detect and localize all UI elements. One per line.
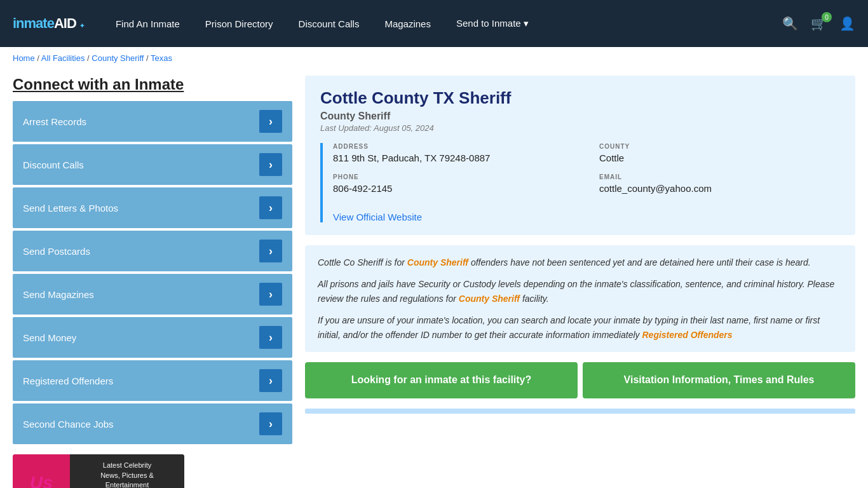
cart-icon[interactable]: 🛒 0	[811, 16, 827, 31]
breadcrumb-texas[interactable]: Texas	[151, 53, 172, 63]
sidebar-arrow-send-money: ›	[259, 326, 282, 349]
sidebar-arrow-second-chance-jobs: ›	[259, 412, 282, 435]
nav-prison-directory[interactable]: Prison Directory	[205, 18, 273, 29]
sidebar-label-second-chance-jobs: Second Chance Jobs	[23, 419, 114, 430]
description-para2: All prisons and jails have Security or C…	[318, 277, 843, 306]
phone-value: 806-492-2145	[333, 183, 574, 194]
visitation-button[interactable]: Visitation Information, Times and Rules	[583, 362, 855, 398]
description-section: Cottle Co Sheriff is for County Sheriff …	[305, 245, 855, 352]
sidebar-title: Connect with an Inmate	[13, 76, 292, 93]
breadcrumb-county-sheriff[interactable]: County Sheriff	[92, 53, 144, 63]
sidebar-item-discount-calls[interactable]: Discount Calls ›	[13, 144, 292, 185]
phone-section: PHONE 806-492-2145	[333, 173, 574, 194]
nav-discount-calls[interactable]: Discount Calls	[299, 18, 360, 29]
sidebar-item-send-magazines[interactable]: Send Magazines ›	[13, 274, 292, 315]
county-sheriff-link-2[interactable]: County Sheriff	[459, 294, 520, 304]
sidebar-item-registered-offenders[interactable]: Registered Offenders ›	[13, 360, 292, 401]
action-buttons: Looking for an inmate at this facility? …	[305, 362, 855, 398]
sidebar-item-send-postcards[interactable]: Send Postcards ›	[13, 231, 292, 271]
sidebar-item-arrest-records[interactable]: Arrest Records ›	[13, 101, 292, 142]
description-para1: Cottle Co Sheriff is for County Sheriff …	[318, 255, 843, 269]
sidebar-label-send-postcards: Send Postcards	[23, 246, 90, 257]
address-label: ADDRESS	[333, 143, 574, 150]
header-actions: 🔍 🛒 0 👤	[782, 16, 855, 31]
ad-banner[interactable]: Us Latest Celebrity News, Pictures & Ent…	[13, 454, 184, 488]
site-header: inmateAID ✦ Find An Inmate Prison Direct…	[0, 0, 868, 47]
logo-text: inmateAID ✦	[13, 15, 84, 32]
sidebar-label-arrest-records: Arrest Records	[23, 116, 86, 127]
facility-name: Cottle County TX Sheriff	[320, 88, 840, 108]
sidebar-arrow-arrest-records: ›	[259, 110, 282, 133]
address-value: 811 9th St, Paducah, TX 79248-0887	[333, 152, 574, 163]
sidebar-arrow-registered-offenders: ›	[259, 369, 282, 392]
facility-details: ADDRESS 811 9th St, Paducah, TX 79248-08…	[320, 143, 840, 222]
facility-updated: Last Updated: August 05, 2024	[320, 123, 840, 133]
nav-find-inmate[interactable]: Find An Inmate	[116, 18, 180, 29]
facility-card: Cottle County TX Sheriff County Sheriff …	[305, 76, 855, 235]
logo[interactable]: inmateAID ✦	[13, 15, 84, 32]
sidebar: Connect with an Inmate Arrest Records › …	[13, 76, 292, 488]
ad-text: Latest Celebrity News, Pictures & Entert…	[95, 456, 159, 488]
bottom-bar	[305, 409, 855, 414]
email-section: EMAIL cottle_county@yahoo.com	[599, 173, 840, 194]
nav-magazines[interactable]: Magazines	[384, 18, 431, 29]
nav-send-to-inmate[interactable]: Send to Inmate ▾	[456, 18, 529, 29]
main-container: Connect with an Inmate Arrest Records › …	[0, 69, 868, 488]
county-label: COUNTY	[599, 143, 840, 150]
website-section: View Official Website	[333, 212, 574, 222]
sidebar-arrow-send-letters: ›	[259, 196, 282, 219]
breadcrumb-all-facilities[interactable]: All Facilities	[41, 53, 85, 63]
sidebar-label-send-magazines: Send Magazines	[23, 289, 94, 300]
breadcrumb: Home / All Facilities / County Sheriff /…	[0, 47, 868, 69]
ad-logo: Us	[25, 468, 58, 488]
main-content: Cottle County TX Sheriff County Sheriff …	[305, 76, 855, 488]
website-link[interactable]: View Official Website	[333, 212, 422, 222]
description-para3-pre: If you are unsure of your inmate's locat…	[318, 315, 820, 339]
main-nav: Find An Inmate Prison Directory Discount…	[116, 18, 763, 29]
user-icon[interactable]: 👤	[839, 16, 855, 31]
cart-badge: 0	[822, 12, 832, 22]
description-para1-post: offenders have not been sentenced yet an…	[468, 257, 811, 268]
sidebar-arrow-discount-calls: ›	[259, 153, 282, 176]
phone-label: PHONE	[333, 173, 574, 180]
sidebar-arrow-send-postcards: ›	[259, 240, 282, 262]
description-para3: If you are unsure of your inmate's locat…	[318, 313, 843, 342]
sidebar-item-second-chance-jobs[interactable]: Second Chance Jobs ›	[13, 403, 292, 444]
email-label: EMAIL	[599, 173, 840, 180]
address-section: ADDRESS 811 9th St, Paducah, TX 79248-08…	[333, 143, 574, 163]
sidebar-label-registered-offenders: Registered Offenders	[23, 376, 113, 386]
registered-offenders-link[interactable]: Registered Offenders	[642, 330, 732, 340]
sidebar-label-send-letters: Send Letters & Photos	[23, 203, 118, 214]
find-inmate-button[interactable]: Looking for an inmate at this facility?	[305, 362, 578, 398]
description-para2-post: facility.	[520, 294, 549, 304]
sidebar-item-send-letters[interactable]: Send Letters & Photos ›	[13, 187, 292, 228]
detail-grid: ADDRESS 811 9th St, Paducah, TX 79248-08…	[333, 143, 840, 222]
sidebar-menu: Arrest Records › Discount Calls › Send L…	[13, 101, 292, 444]
description-para1-pre: Cottle Co Sheriff is for	[318, 257, 407, 268]
county-section: COUNTY Cottle	[599, 143, 840, 163]
facility-type: County Sheriff	[320, 111, 840, 122]
sidebar-label-send-money: Send Money	[23, 332, 76, 343]
breadcrumb-home[interactable]: Home	[13, 53, 35, 63]
sidebar-item-send-money[interactable]: Send Money ›	[13, 317, 292, 358]
county-sheriff-link-1[interactable]: County Sheriff	[407, 257, 468, 268]
sidebar-arrow-send-magazines: ›	[259, 283, 282, 306]
search-icon[interactable]: 🔍	[782, 16, 798, 31]
county-value: Cottle	[599, 152, 840, 163]
email-value: cottle_county@yahoo.com	[599, 183, 840, 194]
description-para2-text: All prisons and jails have Security or C…	[318, 279, 834, 303]
sidebar-label-discount-calls: Discount Calls	[23, 159, 84, 170]
